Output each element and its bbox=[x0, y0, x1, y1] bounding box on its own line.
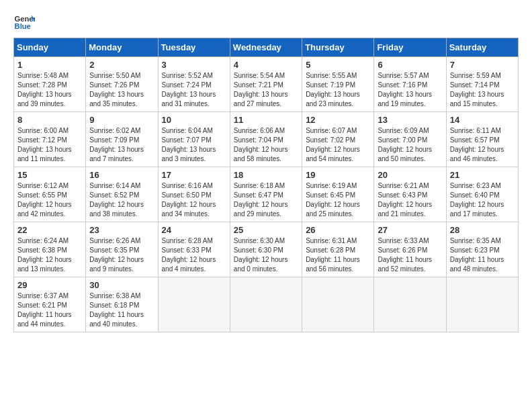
day-number: 5 bbox=[306, 60, 370, 70]
calendar-cell: 18Sunrise: 6:18 AM Sunset: 6:47 PM Dayli… bbox=[230, 167, 302, 222]
header: General Blue bbox=[13, 11, 519, 32]
day-info: Sunrise: 6:11 AM Sunset: 6:57 PM Dayligh… bbox=[450, 126, 515, 164]
day-info: Sunrise: 6:04 AM Sunset: 7:07 PM Dayligh… bbox=[162, 126, 226, 164]
day-number: 22 bbox=[17, 225, 82, 235]
day-number: 1 bbox=[17, 60, 82, 70]
calendar-cell: 1Sunrise: 5:48 AM Sunset: 7:28 PM Daylig… bbox=[14, 57, 86, 112]
calendar-week-row: 15Sunrise: 6:12 AM Sunset: 6:55 PM Dayli… bbox=[14, 167, 519, 222]
weekday-header: Tuesday bbox=[158, 38, 230, 57]
calendar-cell: 15Sunrise: 6:12 AM Sunset: 6:55 PM Dayli… bbox=[14, 167, 86, 222]
day-info: Sunrise: 6:23 AM Sunset: 6:40 PM Dayligh… bbox=[450, 181, 515, 219]
day-info: Sunrise: 6:14 AM Sunset: 6:52 PM Dayligh… bbox=[89, 181, 154, 219]
calendar-cell bbox=[230, 277, 302, 332]
calendar-week-row: 1Sunrise: 5:48 AM Sunset: 7:28 PM Daylig… bbox=[14, 57, 519, 112]
day-number: 21 bbox=[450, 170, 515, 180]
calendar-cell: 5Sunrise: 5:55 AM Sunset: 7:19 PM Daylig… bbox=[302, 57, 374, 112]
day-info: Sunrise: 6:33 AM Sunset: 6:26 PM Dayligh… bbox=[378, 236, 442, 274]
day-number: 25 bbox=[234, 225, 298, 235]
weekday-header: Monday bbox=[86, 38, 158, 57]
calendar-cell: 7Sunrise: 5:59 AM Sunset: 7:14 PM Daylig… bbox=[446, 57, 518, 112]
day-number: 3 bbox=[162, 60, 226, 70]
calendar-cell: 20Sunrise: 6:21 AM Sunset: 6:43 PM Dayli… bbox=[374, 167, 446, 222]
weekday-header: Sunday bbox=[14, 38, 86, 57]
day-number: 14 bbox=[450, 115, 515, 125]
weekday-header: Friday bbox=[374, 38, 446, 57]
day-number: 15 bbox=[17, 170, 82, 180]
day-info: Sunrise: 6:16 AM Sunset: 6:50 PM Dayligh… bbox=[162, 181, 226, 219]
calendar-cell: 30Sunrise: 6:38 AM Sunset: 6:18 PM Dayli… bbox=[86, 277, 158, 332]
day-info: Sunrise: 6:31 AM Sunset: 6:28 PM Dayligh… bbox=[306, 236, 370, 274]
day-info: Sunrise: 6:12 AM Sunset: 6:55 PM Dayligh… bbox=[17, 181, 82, 219]
day-number: 2 bbox=[89, 60, 154, 70]
calendar-week-row: 22Sunrise: 6:24 AM Sunset: 6:38 PM Dayli… bbox=[14, 222, 519, 277]
day-info: Sunrise: 6:19 AM Sunset: 6:45 PM Dayligh… bbox=[306, 181, 370, 219]
day-number: 23 bbox=[89, 225, 154, 235]
day-number: 6 bbox=[378, 60, 442, 70]
calendar-cell: 10Sunrise: 6:04 AM Sunset: 7:07 PM Dayli… bbox=[158, 112, 230, 167]
calendar-cell: 9Sunrise: 6:02 AM Sunset: 7:09 PM Daylig… bbox=[86, 112, 158, 167]
day-number: 16 bbox=[89, 170, 154, 180]
day-info: Sunrise: 6:00 AM Sunset: 7:12 PM Dayligh… bbox=[17, 126, 82, 164]
day-info: Sunrise: 6:21 AM Sunset: 6:43 PM Dayligh… bbox=[378, 181, 442, 219]
day-number: 13 bbox=[378, 115, 442, 125]
day-number: 26 bbox=[306, 225, 370, 235]
logo-icon: General Blue bbox=[13, 11, 35, 32]
day-info: Sunrise: 5:55 AM Sunset: 7:19 PM Dayligh… bbox=[306, 71, 370, 109]
calendar-cell: 21Sunrise: 6:23 AM Sunset: 6:40 PM Dayli… bbox=[446, 167, 518, 222]
calendar-table: SundayMondayTuesdayWednesdayThursdayFrid… bbox=[13, 38, 519, 332]
day-info: Sunrise: 6:06 AM Sunset: 7:04 PM Dayligh… bbox=[234, 126, 298, 164]
calendar-cell: 17Sunrise: 6:16 AM Sunset: 6:50 PM Dayli… bbox=[158, 167, 230, 222]
calendar-cell: 26Sunrise: 6:31 AM Sunset: 6:28 PM Dayli… bbox=[302, 222, 374, 277]
calendar-cell: 4Sunrise: 5:54 AM Sunset: 7:21 PM Daylig… bbox=[230, 57, 302, 112]
day-info: Sunrise: 5:48 AM Sunset: 7:28 PM Dayligh… bbox=[17, 71, 82, 109]
calendar-cell: 25Sunrise: 6:30 AM Sunset: 6:30 PM Dayli… bbox=[230, 222, 302, 277]
day-number: 24 bbox=[162, 225, 226, 235]
calendar-cell: 16Sunrise: 6:14 AM Sunset: 6:52 PM Dayli… bbox=[86, 167, 158, 222]
calendar-cell: 11Sunrise: 6:06 AM Sunset: 7:04 PM Dayli… bbox=[230, 112, 302, 167]
calendar-cell bbox=[446, 277, 518, 332]
day-number: 7 bbox=[450, 60, 515, 70]
day-number: 9 bbox=[89, 115, 154, 125]
day-number: 19 bbox=[306, 170, 370, 180]
day-number: 4 bbox=[234, 60, 298, 70]
day-info: Sunrise: 6:18 AM Sunset: 6:47 PM Dayligh… bbox=[234, 181, 298, 219]
day-info: Sunrise: 6:24 AM Sunset: 6:38 PM Dayligh… bbox=[17, 236, 82, 274]
calendar-cell: 6Sunrise: 5:57 AM Sunset: 7:16 PM Daylig… bbox=[374, 57, 446, 112]
day-number: 12 bbox=[306, 115, 370, 125]
day-number: 18 bbox=[234, 170, 298, 180]
calendar-cell: 28Sunrise: 6:35 AM Sunset: 6:23 PM Dayli… bbox=[446, 222, 518, 277]
day-number: 27 bbox=[378, 225, 442, 235]
calendar-week-row: 29Sunrise: 6:37 AM Sunset: 6:21 PM Dayli… bbox=[14, 277, 519, 332]
day-info: Sunrise: 6:09 AM Sunset: 7:00 PM Dayligh… bbox=[378, 126, 442, 164]
weekday-header-row: SundayMondayTuesdayWednesdayThursdayFrid… bbox=[14, 38, 519, 57]
calendar-cell: 8Sunrise: 6:00 AM Sunset: 7:12 PM Daylig… bbox=[14, 112, 86, 167]
calendar-cell: 13Sunrise: 6:09 AM Sunset: 7:00 PM Dayli… bbox=[374, 112, 446, 167]
calendar-cell bbox=[374, 277, 446, 332]
day-number: 20 bbox=[378, 170, 442, 180]
calendar-cell: 29Sunrise: 6:37 AM Sunset: 6:21 PM Dayli… bbox=[14, 277, 86, 332]
day-number: 17 bbox=[162, 170, 226, 180]
calendar-cell: 19Sunrise: 6:19 AM Sunset: 6:45 PM Dayli… bbox=[302, 167, 374, 222]
day-info: Sunrise: 6:26 AM Sunset: 6:35 PM Dayligh… bbox=[89, 236, 154, 274]
day-number: 29 bbox=[17, 280, 82, 290]
day-info: Sunrise: 6:28 AM Sunset: 6:33 PM Dayligh… bbox=[162, 236, 226, 274]
day-info: Sunrise: 6:30 AM Sunset: 6:30 PM Dayligh… bbox=[234, 236, 298, 274]
day-number: 28 bbox=[450, 225, 515, 235]
weekday-header: Saturday bbox=[446, 38, 518, 57]
calendar-cell: 22Sunrise: 6:24 AM Sunset: 6:38 PM Dayli… bbox=[14, 222, 86, 277]
day-info: Sunrise: 6:02 AM Sunset: 7:09 PM Dayligh… bbox=[89, 126, 154, 164]
day-info: Sunrise: 6:37 AM Sunset: 6:21 PM Dayligh… bbox=[17, 291, 82, 329]
logo: General Blue bbox=[13, 11, 38, 32]
calendar-week-row: 8Sunrise: 6:00 AM Sunset: 7:12 PM Daylig… bbox=[14, 112, 519, 167]
calendar-cell: 12Sunrise: 6:07 AM Sunset: 7:02 PM Dayli… bbox=[302, 112, 374, 167]
day-info: Sunrise: 5:52 AM Sunset: 7:24 PM Dayligh… bbox=[162, 71, 226, 109]
calendar-cell: 2Sunrise: 5:50 AM Sunset: 7:26 PM Daylig… bbox=[86, 57, 158, 112]
calendar-cell bbox=[302, 277, 374, 332]
day-number: 8 bbox=[17, 115, 82, 125]
calendar-cell: 14Sunrise: 6:11 AM Sunset: 6:57 PM Dayli… bbox=[446, 112, 518, 167]
day-info: Sunrise: 5:59 AM Sunset: 7:14 PM Dayligh… bbox=[450, 71, 515, 109]
svg-text:Blue: Blue bbox=[15, 22, 31, 30]
calendar-cell: 3Sunrise: 5:52 AM Sunset: 7:24 PM Daylig… bbox=[158, 57, 230, 112]
day-info: Sunrise: 6:35 AM Sunset: 6:23 PM Dayligh… bbox=[450, 236, 515, 274]
day-number: 30 bbox=[89, 280, 154, 290]
